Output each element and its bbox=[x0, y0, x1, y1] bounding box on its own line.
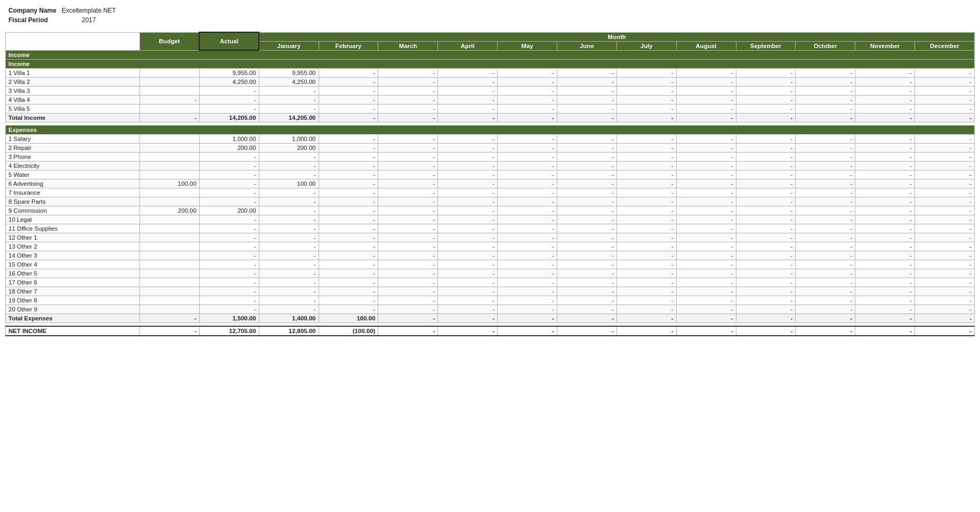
sep-header: September bbox=[736, 41, 796, 50]
table-row: 2 Villa 24,250.004,250.00----------- bbox=[6, 78, 975, 87]
table-row: 19 Other 8------------- bbox=[6, 296, 975, 305]
net-income-row: NET INCOME-12,705.0012,805.00(100.00)---… bbox=[6, 326, 975, 336]
jan-header: January bbox=[259, 41, 319, 50]
table-row: 1 Salary1,000.001,000.00----------- bbox=[6, 135, 975, 144]
may-header: May bbox=[498, 41, 557, 50]
empty-header bbox=[6, 32, 140, 50]
table-row: 12 Other 1------------- bbox=[6, 233, 975, 242]
table-row: 2 Repair200.00200.00----------- bbox=[6, 144, 975, 153]
table-row: 17 Other 6------------- bbox=[6, 278, 975, 287]
jun-header: June bbox=[557, 41, 617, 50]
dec-header: December bbox=[915, 41, 975, 50]
income-section-header: Income bbox=[6, 50, 975, 60]
table-row: 1 Villa 19,955.009,955.00----------- bbox=[6, 69, 975, 78]
table-row: 6 Advertising100.00-100.00----------- bbox=[6, 179, 975, 188]
month-header: Month bbox=[259, 32, 974, 41]
table-row: 4 Electricity------------- bbox=[6, 162, 975, 170]
apr-header: April bbox=[438, 41, 498, 50]
income-section-header: Income bbox=[6, 60, 975, 69]
feb-header: February bbox=[319, 41, 378, 50]
table-row: 9 Commission200.00200.00------------ bbox=[6, 206, 975, 215]
table-row: 13 Other 2------------- bbox=[6, 242, 975, 251]
table-row: 8 Spare Parts------------- bbox=[6, 197, 975, 206]
company-name-label: Company Name bbox=[6, 6, 59, 15]
fiscal-period-value: 2017 bbox=[60, 16, 118, 24]
table-row: 15 Other 4------------- bbox=[6, 260, 975, 269]
table-row: 3 Villa 3------------- bbox=[6, 87, 975, 96]
budget-header: Budget bbox=[139, 32, 199, 50]
table-row: 4 Villa 4-------------- bbox=[6, 96, 975, 105]
expenses-section-header: Expenses bbox=[6, 126, 975, 135]
table-row: Total Income-14,205.0014,205.00---------… bbox=[6, 113, 975, 122]
nov-header: November bbox=[855, 41, 915, 50]
mar-header: March bbox=[378, 41, 438, 50]
header-info: Company Name Exceltemplate.NET Fiscal Pe… bbox=[5, 5, 975, 25]
actual-header: Actual bbox=[199, 32, 259, 50]
table-row: 3 Phone------------- bbox=[6, 153, 975, 162]
table-row: 11 Office Supplies------------- bbox=[6, 224, 975, 233]
table-row: 14 Other 3------------- bbox=[6, 251, 975, 260]
table-row: 5 Water------------- bbox=[6, 170, 975, 179]
table-row: 10 Legal------------- bbox=[6, 215, 975, 224]
fiscal-period-label: Fiscal Period bbox=[6, 16, 59, 24]
table-row: 18 Other 7------------- bbox=[6, 287, 975, 296]
oct-header: October bbox=[796, 41, 855, 50]
jul-header: July bbox=[617, 41, 676, 50]
table-row: 20 Other 9------------- bbox=[6, 305, 975, 314]
main-table: Budget Actual Month January February Mar… bbox=[5, 32, 975, 336]
aug-header: August bbox=[676, 41, 736, 50]
company-name-value: Exceltemplate.NET bbox=[60, 6, 118, 15]
table-row: 5 Villa 5------------- bbox=[6, 105, 975, 113]
table-row: 16 Other 5------------- bbox=[6, 269, 975, 278]
table-row: 7 Insurance------------- bbox=[6, 188, 975, 197]
table-row: Total Expenses-1,500.001,400.00100.00---… bbox=[6, 314, 975, 323]
